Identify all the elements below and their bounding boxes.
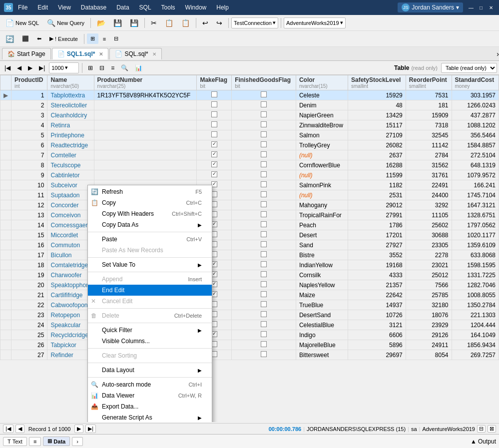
table-row[interactable]: 13 Comceivon TropicalRainFor 27991 11105… [0,210,499,220]
tab-scroll-right[interactable]: › [497,50,499,58]
user-dropdown-icon[interactable]: ▾ [456,4,459,11]
menu-edit[interactable]: Edit [35,3,50,12]
col-productnumber[interactable]: ProductNumber nvarchar(25) [94,75,197,90]
menu-quick-filter[interactable]: Quick Filter ▶ [88,325,212,336]
col-reorderpoint[interactable]: ReorderPoint smallint [406,75,452,90]
close-sql-icon[interactable]: ✕ [152,51,156,57]
menu-copy[interactable]: 📋 Copy Ctrl+C [88,197,212,208]
table-row[interactable]: 16 Commuton Sand 27927 23305 1359.6109 [0,240,499,250]
limit-dropdown[interactable]: 1000 ▾ [49,62,79,73]
col-productid[interactable]: ProductID int [11,75,47,90]
col-name[interactable]: Name nvarchar(50) [47,75,94,90]
prev-first-button[interactable]: |◀ [2,63,13,73]
table-row[interactable]: 2 Stereolictoller Denim 48 181 1266.0243 [0,100,499,110]
card-view-button[interactable]: ⊟ [110,33,122,44]
menu-export-data[interactable]: 📤 Export Data... [88,401,212,412]
table-row[interactable]: 24 Speakcular CelestialBlue 3121 23929 1… [0,320,499,330]
layout-icon-2[interactable]: ⊠ [488,425,496,433]
sort-button[interactable]: 📊 [132,63,145,73]
next-last-button[interactable]: ▶| [36,63,47,73]
stop-button[interactable]: ⬛ [18,33,32,44]
filter-button[interactable]: 🔍 [118,63,131,73]
table-row[interactable]: 12 Concorder Mahogany 29012 3292 1647.31… [0,200,499,210]
table-row[interactable]: 18 Comtaletridge IndianYellow 19168 2302… [0,260,499,270]
table-row[interactable]: 19 Charwoofer Cornsilk 4333 25012 1331.7… [0,270,499,280]
paste-button[interactable]: 📋 [178,17,193,29]
bottom-tab-data[interactable]: ⊞ Data [43,437,70,446]
next-record-button[interactable]: ▶ [74,425,83,433]
save-all-button[interactable]: 💾 [126,17,142,29]
col-safetystocklevel[interactable]: SafetyStockLevel smallint [348,75,406,90]
table-row[interactable]: 7 Comteller (null) 2637 2784 272.5104 [0,150,499,160]
table-row[interactable]: 6 Readtectridge TrolleyGrey 26082 11142 … [0,140,499,150]
menu-copy-data-as[interactable]: Copy Data As ▶ [88,219,212,230]
table-row[interactable]: 20 Speaktopphon NaplesYellow 21357 7566 … [0,280,499,290]
table-select[interactable]: Table (read only) [441,63,497,73]
table-row[interactable]: 22 Cabwoofopon TrueBlue 14937 32180 1350… [0,300,499,310]
menu-help[interactable]: Help [214,3,231,12]
col-color[interactable]: Color nvarchar(15) [296,75,348,90]
table-grid-button[interactable]: ⊞ [85,63,95,73]
table-card-button[interactable]: ⊟ [97,63,107,73]
undo-button[interactable]: ↩ [199,17,212,29]
redo-button[interactable]: ↪ [213,17,226,29]
table-row[interactable]: 23 Retopepon DesertSand 10726 18076 221.… [0,310,499,320]
maximize-button[interactable]: □ [477,3,485,11]
table-list-button[interactable]: ≡ [108,63,117,73]
first-record-button[interactable]: |◀ [3,425,13,433]
menu-generate-script[interactable]: Generate Script As ▶ [88,412,212,422]
menu-copy-with-headers[interactable]: Copy With Headers Ctrl+Shift+C [88,208,212,219]
tab-start-page[interactable]: 🏠 Start Page [2,48,51,59]
table-row[interactable]: 27 Refinder Bittersweet 29697 8054 269.7… [0,350,499,360]
col-standardcost[interactable]: StandardCost money [452,75,499,90]
menu-sql[interactable]: SQL [137,3,153,12]
menu-visible-columns[interactable]: Visible Columns... [88,336,212,347]
table-row[interactable]: 3 Cleanholdciry NapierGreen 13429 15909 … [0,110,499,120]
menu-data-layout[interactable]: Data Layout ▶ [88,365,212,376]
table-row[interactable]: 9 Cabtinletor (null) 11599 31761 1079.95… [0,170,499,180]
close-button[interactable]: ✕ [487,3,495,11]
menu-database[interactable]: Database [79,3,108,12]
prev-record-button[interactable]: ◀ [15,425,24,433]
table-row[interactable]: 25 Recycldcridge Indigo 6606 29126 164.1… [0,330,499,340]
table-row[interactable]: 11 Suptaadon (null) 2531 24400 1745.7104 [0,190,499,200]
grid-wrapper[interactable]: ProductID int Name nvarchar(50) ProductN… [0,75,499,422]
tab-sql[interactable]: 📄 SQL.sql* ✕ [109,48,161,59]
grid-view-button[interactable]: ⊞ [87,33,98,44]
menu-paste[interactable]: Paste Ctrl+V [88,234,212,245]
table-row[interactable]: 10 Subceivor SalmonPink 1182 22491 166.2… [0,180,499,190]
menu-tools[interactable]: Tools [159,3,177,12]
table-row[interactable]: 14 Comcessgaer Peach 1786 25602 1797.056… [0,220,499,230]
bottom-tab-lines[interactable]: ≡ [29,437,41,446]
col-makeflag[interactable]: MakeFlag bit [197,75,232,90]
menu-set-value-to[interactable]: Set Value To ▶ [88,259,212,270]
table-row[interactable]: 5 Printlephone Salmon 27109 32545 356.54… [0,130,499,140]
prev-button[interactable]: ◀ [14,63,24,73]
menu-refresh[interactable]: 🔄 Refresh F5 [88,186,212,197]
refresh-button[interactable]: 🔄 [2,33,17,45]
col-finishedgoodsflag[interactable]: FinishedGoodsFlag bit [232,75,296,90]
table-row[interactable]: 8 Teculscope CornflowerBlue 16288 31562 … [0,160,499,170]
output-area[interactable]: ▲ Output [471,438,496,445]
tab-sql1[interactable]: 📄 SQL1.sql* ✕ [52,48,109,59]
table-row[interactable]: 4 Retinra ZinnwalditeBrow 15117 7318 108… [0,120,499,130]
menu-auto-search[interactable]: 🔍 Auto-search mode Ctrl+I [88,379,212,390]
menu-data-viewer[interactable]: 📊 Data Viewer Ctrl+W, R [88,390,212,401]
text-view-button[interactable]: ≡ [99,34,109,44]
bottom-tab-more[interactable]: › [72,437,83,446]
table-row[interactable]: 15 Miccordlet Desert 17201 30688 1020.11… [0,230,499,240]
connection-dropdown[interactable]: TestConnection ▾ [231,17,278,28]
menu-window[interactable]: Window [183,3,209,12]
table-row[interactable]: 21 Cartlififridge Maize 22642 25785 1008… [0,290,499,300]
table-row[interactable]: ▶ 1 Tabplottextra 1R13YFT58V89RHK4TK5O2Y… [0,90,499,100]
new-query-button[interactable]: 🔍 New Query [43,17,88,29]
menu-end-edit[interactable]: End Edit [88,285,212,296]
layout-icon-1[interactable]: ⊟ [477,425,486,433]
menu-view[interactable]: View [56,3,73,12]
save-button[interactable]: 💾 [110,17,125,29]
db-dropdown[interactable]: AdventureWorks2019 ▾ [284,17,346,28]
table-row[interactable]: 26 Tabpickor MajorelleBlue 5896 24911 18… [0,340,499,350]
execute-button[interactable]: ▶ ! Execute [46,33,81,44]
menu-file[interactable]: File [16,3,29,12]
bottom-tab-text[interactable]: T Text [3,437,27,446]
